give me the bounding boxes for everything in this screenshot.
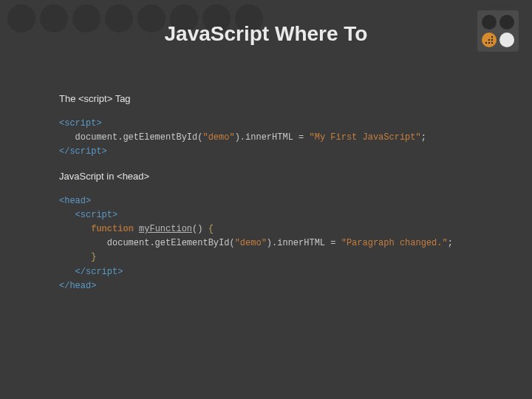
section-2-heading: JavaScript in <head>: [59, 169, 502, 184]
code-block-2: <head> <script> function myFunction() { …: [59, 194, 502, 293]
page-title: JavaScript Where To: [0, 22, 532, 46]
content-area: The <script> Tag <script> document.getEl…: [59, 81, 502, 293]
code-block-1: <script> document.getElementById("demo")…: [59, 117, 502, 160]
section-1-heading: The <script> Tag: [59, 92, 502, 106]
